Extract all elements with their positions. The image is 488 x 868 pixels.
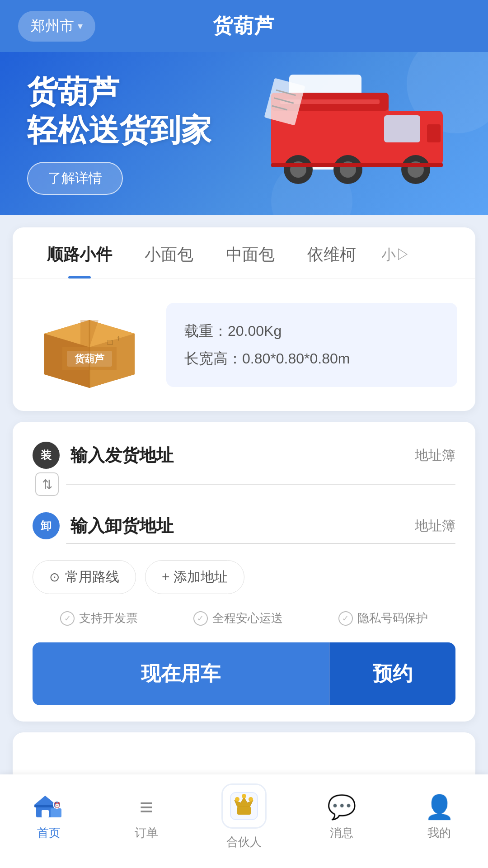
- banner-detail-button[interactable]: 了解详情: [27, 162, 123, 195]
- nav-profile-label: 我的: [427, 825, 451, 841]
- load-address-book[interactable]: 地址簿: [415, 446, 455, 465]
- banner: 货葫芦 轻松送货到家 了解详情: [0, 52, 488, 215]
- bottom-nav: ⏰ 首页 ≡ 订单 合伙人 💬 消息 👤 我的: [0, 774, 488, 868]
- banner-illustration: [244, 70, 461, 197]
- chevron-down-icon: ▾: [78, 20, 83, 32]
- svg-marker-37: [34, 796, 56, 805]
- nav-partner[interactable]: 合伙人: [208, 783, 280, 850]
- svg-rect-36: [42, 810, 49, 817]
- tab-yiweike[interactable]: 依维柯: [291, 227, 372, 278]
- svg-rect-10: [427, 124, 441, 142]
- svg-rect-35: [34, 805, 56, 807]
- svg-text:⏰: ⏰: [54, 802, 61, 808]
- tab-zhongmianbao[interactable]: 中面包: [210, 227, 291, 278]
- page-title: 货葫芦: [213, 13, 275, 39]
- nav-partner-label: 合伙人: [226, 834, 262, 850]
- check-icon-privacy: ✓: [338, 611, 353, 626]
- svg-text:□: □: [108, 338, 113, 347]
- svg-rect-17: [271, 163, 443, 167]
- profile-icon: 👤: [425, 793, 454, 821]
- nav-home-label: 首页: [37, 825, 61, 841]
- nav-home[interactable]: ⏰ 首页: [13, 793, 85, 841]
- tab-xiaomianbao[interactable]: 小面包: [128, 227, 210, 278]
- address-card: 装 输入发货地址 地址簿 ⇅ 卸 输入卸货地址 地址簿 ⊙ 常用路线 + 添加地…: [13, 422, 475, 722]
- svg-rect-9: [384, 115, 420, 142]
- banner-text: 货葫芦 轻松送货到家 了解详情: [27, 72, 244, 195]
- add-address-button[interactable]: + 添加地址: [145, 560, 244, 594]
- header: 郑州市 ▾ 货葫芦: [0, 0, 488, 52]
- unload-address-row: 卸 输入卸货地址 地址簿: [33, 512, 455, 539]
- nav-profile[interactable]: 👤 我的: [403, 793, 475, 841]
- load-badge: 装: [33, 442, 60, 469]
- home-icon: ⏰: [34, 793, 63, 821]
- svg-point-44: [242, 794, 246, 798]
- city-selector[interactable]: 郑州市 ▾: [18, 11, 95, 42]
- unload-input-row: [33, 543, 455, 544]
- nav-orders-label: 订单: [135, 825, 158, 841]
- svg-text:↑: ↑: [117, 334, 120, 342]
- message-icon: 💬: [327, 793, 356, 821]
- check-icon-invoice: ✓: [60, 611, 75, 626]
- dimension-info: 长宽高：0.80*0.80*0.80m: [184, 345, 439, 373]
- svg-rect-38: [51, 808, 61, 817]
- check-icon-safe: ✓: [193, 611, 208, 626]
- unload-address-input[interactable]: [66, 543, 455, 544]
- package-row: 货葫芦 □ ↑ 载重：20.00Kg 长宽高：0.80*0.80*0.80m: [13, 279, 475, 411]
- features-row: ✓ 支持开发票 ✓ 全程安心运送 ✓ 隐私号码保护: [33, 610, 455, 626]
- box-icon: 货葫芦 □ ↑: [35, 297, 144, 392]
- feature-privacy: ✓ 隐私号码保护: [338, 610, 428, 626]
- feature-invoice: ✓ 支持开发票: [60, 610, 138, 626]
- banner-title: 货葫芦 轻松送货到家: [27, 72, 244, 149]
- orders-icon: ≡: [132, 793, 161, 821]
- nav-messages[interactable]: 💬 消息: [305, 793, 378, 841]
- action-row: 现在用车 预约: [33, 642, 455, 705]
- feature-safe: ✓ 全程安心运送: [193, 610, 283, 626]
- partner-icon: [221, 783, 267, 829]
- weight-info: 载重：20.00Kg: [184, 317, 439, 345]
- tabs-row: 顺路小件 小面包 中面包 依维柯 小▷: [13, 227, 475, 279]
- swap-icon[interactable]: ⇅: [35, 472, 59, 496]
- nav-orders[interactable]: ≡ 订单: [110, 793, 183, 841]
- load-address-row: 装 输入发货地址 地址簿: [33, 442, 455, 469]
- unload-badge: 卸: [33, 512, 60, 539]
- unload-address-label[interactable]: 输入卸货地址: [70, 514, 404, 538]
- load-address-label[interactable]: 输入发货地址: [70, 444, 404, 467]
- city-name: 郑州市: [31, 16, 74, 36]
- svg-point-43: [235, 797, 239, 802]
- package-info: 载重：20.00Kg 长宽高：0.80*0.80*0.80m: [166, 303, 457, 387]
- reserve-button[interactable]: 预约: [329, 642, 455, 705]
- route-row: ⊙ 常用路线 + 添加地址: [33, 560, 455, 594]
- common-route-button[interactable]: ⊙ 常用路线: [33, 560, 136, 594]
- load-address-input[interactable]: [66, 484, 455, 485]
- use-now-button[interactable]: 现在用车: [33, 642, 329, 705]
- svg-point-45: [249, 797, 253, 802]
- svg-rect-46: [237, 807, 251, 815]
- location-icon: ⊙: [49, 570, 60, 585]
- load-input-row: ⇅: [33, 472, 455, 496]
- unload-address-book[interactable]: 地址簿: [415, 517, 455, 535]
- nav-messages-label: 消息: [330, 825, 353, 841]
- tab-shunlu[interactable]: 顺路小件: [31, 227, 128, 278]
- package-image: 货葫芦 □ ↑: [31, 295, 148, 395]
- service-card: 顺路小件 小面包 中面包 依维柯 小▷: [13, 227, 475, 411]
- tab-more-icon[interactable]: 小▷: [372, 229, 410, 278]
